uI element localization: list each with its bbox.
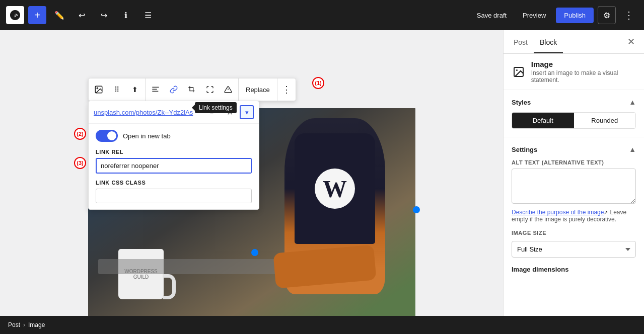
link-css-input[interactable] — [96, 189, 252, 203]
block-icon — [512, 64, 526, 80]
list-view-button[interactable]: ☰ — [139, 6, 157, 24]
settings-section: Settings ▲ ALT TEXT (ALTERNATIVE TEXT) D… — [504, 137, 644, 281]
link-rel-heading: LINK REL — [96, 149, 252, 155]
styles-section: Styles ▲ Default Rounded — [504, 90, 644, 137]
style-button-group: Default Rounded — [512, 112, 636, 129]
annotation-2: (2) — [74, 128, 86, 140]
right-sidebar: Post Block ✕ Image Insert an image to ma… — [503, 30, 644, 334]
block-toolbar: ⠿ ⬆ Replace — [88, 78, 296, 101]
link-settings-tooltip: Link settings — [195, 102, 237, 113]
block-title: Image — [531, 60, 636, 68]
wp-logo: W — [6, 6, 24, 24]
link-rel-input[interactable] — [97, 159, 251, 173]
expand-button[interactable] — [201, 79, 219, 100]
image-dimensions-heading: Image dimensions — [512, 266, 636, 273]
warning-button[interactable] — [219, 79, 237, 100]
more-options-button[interactable]: ⋮ — [620, 6, 638, 24]
topbar: W + ✏️ ↩ ↪ ℹ ☰ Save draft Preview Publis… — [0, 0, 644, 30]
svg-rect-6 — [152, 91, 158, 92]
image-toolbar-icon[interactable] — [90, 79, 108, 100]
link-settings-toggle-button[interactable]: ▾ — [240, 105, 254, 119]
svg-rect-5 — [152, 89, 157, 90]
link-rel-input-wrapper — [96, 158, 252, 174]
replace-button[interactable]: Replace — [240, 79, 276, 100]
open-new-tab-row: Open in new tab — [96, 130, 252, 142]
info-button[interactable]: ℹ — [117, 6, 135, 24]
breadcrumb-separator: › — [23, 321, 25, 328]
svg-point-10 — [516, 69, 518, 71]
annotation-3: (3) — [74, 157, 86, 169]
block-description: Insert an image to make a visual stateme… — [531, 69, 636, 84]
open-new-tab-toggle[interactable] — [96, 130, 118, 142]
editor-area: ⠿ ⬆ Replace — [0, 30, 503, 334]
redo-button[interactable]: ↪ — [95, 6, 113, 24]
more-block-options-button[interactable]: ⋮ — [277, 79, 296, 100]
main-area: ⠿ ⬆ Replace — [0, 30, 644, 334]
image-size-section: IMAGE SIZE Full Size — [512, 230, 636, 258]
svg-rect-4 — [152, 87, 159, 88]
alt-text-field[interactable] — [512, 169, 636, 204]
link-css-heading: LINK CSS CLASS — [96, 180, 252, 186]
align-button[interactable] — [147, 79, 165, 100]
svg-text:W: W — [13, 12, 18, 18]
save-draft-button[interactable]: Save draft — [471, 9, 513, 22]
edit-button[interactable]: ✏️ — [50, 6, 68, 24]
crop-button[interactable] — [183, 79, 201, 100]
publish-button[interactable]: Publish — [556, 8, 594, 23]
link-settings-panel: Open in new tab LINK REL LINK CSS CLASS — [89, 124, 259, 209]
settings-heading: Settings — [512, 146, 537, 153]
link-url-text[interactable]: unsplash.com/photos/Zk--Ydz2lAs — [94, 109, 202, 116]
settings-button[interactable]: ⚙ — [598, 6, 616, 24]
sidebar-close-button[interactable]: ✕ — [622, 33, 640, 51]
block-info-text: Image Insert an image to make a visual s… — [531, 60, 636, 84]
move-up-down[interactable]: ⬆ — [126, 79, 144, 100]
add-block-button[interactable]: + — [28, 6, 46, 24]
settings-collapse-button[interactable]: ▲ — [629, 145, 636, 153]
preview-button[interactable]: Preview — [517, 9, 552, 22]
toolbar-group-align — [146, 78, 239, 101]
breadcrumb: Post › Image — [0, 316, 644, 334]
external-link-icon: ↗ — [604, 210, 608, 215]
style-default-button[interactable]: Default — [512, 113, 574, 128]
alt-text-link[interactable]: Describe the purpose of the image — [512, 209, 604, 216]
open-new-tab-label: Open in new tab — [123, 132, 171, 140]
resize-handle-bottom[interactable] — [251, 249, 258, 256]
link-popover: unsplash.com/photos/Zk--Ydz2lAs ✏ ✕ ▾ Op… — [88, 101, 259, 210]
styles-collapse-button[interactable]: ▲ — [629, 98, 636, 106]
breadcrumb-post[interactable]: Post — [8, 321, 20, 328]
alt-text-footer: Describe the purpose of the image↗Leave … — [512, 209, 636, 223]
styles-heading: Styles — [512, 99, 531, 106]
annotation-1: (1) — [312, 77, 324, 89]
alt-text-label: ALT TEXT (ALTERNATIVE TEXT) — [512, 159, 636, 165]
topbar-right: Save draft Preview Publish ⚙ ⋮ — [471, 6, 638, 24]
styles-header: Styles ▲ — [512, 98, 636, 106]
toolbar-group-replace: Replace — [239, 78, 277, 101]
svg-point-3 — [97, 88, 98, 89]
settings-header: Settings ▲ — [512, 145, 636, 153]
tab-block[interactable]: Block — [534, 30, 563, 53]
drag-handle[interactable]: ⠿ — [108, 79, 126, 100]
block-info-header: Image Insert an image to make a visual s… — [504, 54, 644, 90]
style-rounded-button[interactable]: Rounded — [574, 113, 636, 128]
link-button[interactable] — [165, 79, 183, 100]
image-size-label: IMAGE SIZE — [512, 230, 636, 236]
toolbar-group-image: ⠿ ⬆ — [89, 78, 146, 101]
breadcrumb-image: Image — [28, 321, 45, 328]
tab-post[interactable]: Post — [508, 30, 534, 53]
resize-handle-right[interactable] — [413, 206, 420, 213]
image-size-select[interactable]: Full Size — [512, 241, 636, 258]
sidebar-tabs: Post Block ✕ — [504, 30, 644, 54]
undo-button[interactable]: ↩ — [73, 6, 91, 24]
